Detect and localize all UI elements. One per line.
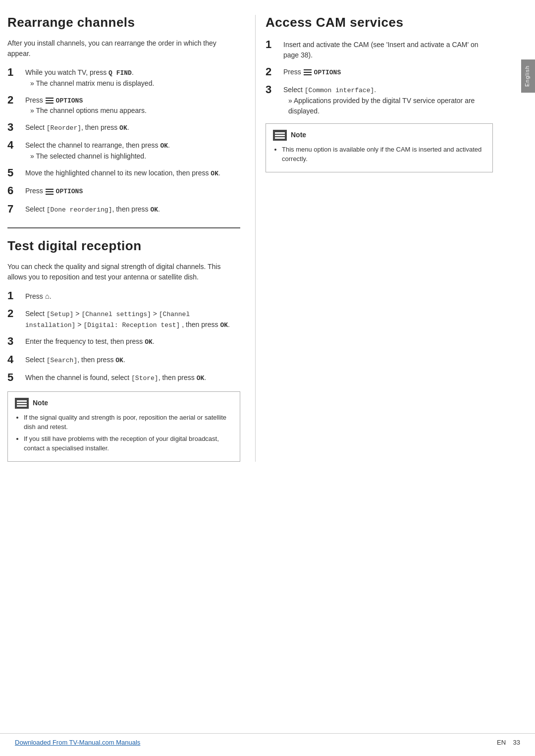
ts2-setup: [Setup] xyxy=(47,311,74,318)
footer-page: EN 33 xyxy=(497,739,520,746)
test-step-number-3: 3 xyxy=(7,335,25,348)
footer-page-label: EN xyxy=(497,739,506,746)
cam-step-3-text: Select [Common interface]. xyxy=(283,86,376,94)
step-5-text: Move the highlighted channel to its new … xyxy=(25,169,220,177)
step-5-ok: OK xyxy=(211,170,218,177)
test-step-3-text: Enter the frequency to test, then press … xyxy=(25,337,155,345)
options-icon-2 xyxy=(46,98,54,104)
rearrange-intro: After you install channels, you can rear… xyxy=(7,38,240,59)
step-number-5: 5 xyxy=(7,166,25,179)
test-step-content-1: Press ⌂. xyxy=(25,289,52,302)
test-step-1-text: Press ⌂. xyxy=(25,292,52,300)
step-7-key: [Done reordering] xyxy=(47,206,112,214)
step-2-text: Press OPTIONS xyxy=(25,96,83,104)
step-7-text: Select [Done reordering], then press OK. xyxy=(25,205,160,213)
cam-note-header: Note xyxy=(273,130,485,141)
test-step-1: 1 Press ⌂. xyxy=(7,289,240,302)
test-digital-note-header: Note xyxy=(15,398,233,409)
right-column: Access CAM services 1 Insert and activat… xyxy=(255,15,493,462)
step-4-subnote: The selected channel is highlighted. xyxy=(25,151,170,162)
test-digital-note-list: If the signal quality and strength is po… xyxy=(15,413,233,453)
test-step-5: 5 When the channel is found, select [Sto… xyxy=(7,371,240,384)
test-digital-note-box: Note If the signal quality and strength … xyxy=(7,391,240,462)
footer-link[interactable]: Downloaded From TV-Manual.com Manuals xyxy=(15,739,140,746)
ts4-search: [Search] xyxy=(47,357,77,364)
cam-step-3-key: [Common interface] xyxy=(305,87,374,94)
test-digital-section: Test digital reception You can check the… xyxy=(7,238,240,462)
cam-note-label: Note xyxy=(291,130,306,140)
cam-note-list: This menu option is available only if th… xyxy=(273,145,485,164)
section-divider xyxy=(7,227,240,228)
test-step-2: 2 Select [Setup] > [Channel settings] > … xyxy=(7,307,240,330)
sidebar-label: English xyxy=(524,65,530,87)
test-step-content-5: When the channel is found, select [Store… xyxy=(25,371,206,383)
rearrange-steps: 1 While you watch TV, press Q FIND. The … xyxy=(7,66,240,216)
test-step-5-text: When the channel is found, select [Store… xyxy=(25,374,206,381)
rearrange-section: Rearrange channels After you install cha… xyxy=(7,15,240,216)
test-digital-steps: 1 Press ⌂. 2 Select [Setup] > [Channel s… xyxy=(7,289,240,384)
cam-step-number-1: 1 xyxy=(266,38,283,51)
test-note-item-2: If you still have problems with the rece… xyxy=(24,434,233,453)
rearrange-step-2: 2 Press OPTIONS The channel options menu… xyxy=(7,94,240,116)
step-1-subnote: The channel matrix menu is displayed. xyxy=(25,78,154,89)
step-number-4: 4 xyxy=(7,139,25,152)
test-digital-title: Test digital reception xyxy=(7,238,240,254)
step-content-4: Select the channel to rearrange, then pr… xyxy=(25,139,170,162)
ts5-ok: OK xyxy=(197,375,205,382)
cam-step-number-3: 3 xyxy=(266,83,283,96)
step-content-2: Press OPTIONS The channel options menu a… xyxy=(25,94,147,116)
rearrange-step-7: 7 Select [Done reordering], then press O… xyxy=(7,203,240,216)
step-3-ok: OK xyxy=(119,124,127,132)
home-icon: ⌂ xyxy=(45,292,50,300)
ts2-digital: [Digital: Reception test] xyxy=(83,322,180,329)
test-step-4: 4 Select [Search], then press OK. xyxy=(7,353,240,366)
page-container: English Rearrange channels After you ins… xyxy=(0,0,535,756)
step-content-3: Select [Reorder], then press OK. xyxy=(25,121,129,133)
test-step-content-2: Select [Setup] > [Channel settings] > [C… xyxy=(25,307,240,330)
cam-note-item-1: This menu option is available only if th… xyxy=(282,145,485,164)
step-number-2: 2 xyxy=(7,94,25,107)
test-step-number-4: 4 xyxy=(7,353,25,366)
rearrange-step-4: 4 Select the channel to rearrange, then … xyxy=(7,139,240,162)
ts2-ok: OK xyxy=(220,322,228,329)
step-2-subnote: The channel options menu appears. xyxy=(25,106,147,116)
step-number-1: 1 xyxy=(7,66,25,79)
test-step-4-text: Select [Search], then press OK. xyxy=(25,356,125,364)
step-content-6: Press OPTIONS xyxy=(25,184,83,197)
step-6-key: OPTIONS xyxy=(56,188,83,195)
test-note-item-1: If the signal quality and strength is po… xyxy=(24,413,233,432)
step-7-ok: OK xyxy=(150,206,158,214)
access-cam-title: Access CAM services xyxy=(266,15,493,30)
step-1-key: Q FIND xyxy=(108,69,132,77)
step-content-5: Move the highlighted channel to its new … xyxy=(25,166,220,179)
step-4-text: Select the channel to rearrange, then pr… xyxy=(25,141,170,149)
access-cam-steps: 1 Insert and activate the CAM (see 'Inse… xyxy=(266,38,493,116)
rearrange-step-6: 6 Press OPTIONS xyxy=(7,184,240,197)
options-icon-6 xyxy=(46,189,54,195)
test-step-content-4: Select [Search], then press OK. xyxy=(25,353,125,366)
cam-step-number-2: 2 xyxy=(266,65,283,78)
test-step-number-2: 2 xyxy=(7,307,25,320)
ts3-ok: OK xyxy=(145,338,153,346)
note-icon-2 xyxy=(273,130,287,141)
cam-step-1-text: Insert and activate the CAM (see 'Insert… xyxy=(283,41,479,59)
step-6-text: Press OPTIONS xyxy=(25,187,83,195)
footer-page-number: 33 xyxy=(513,739,520,746)
cam-step-3: 3 Select [Common interface]. Application… xyxy=(266,83,493,116)
test-step-content-3: Enter the frequency to test, then press … xyxy=(25,335,155,347)
step-3-text: Select [Reorder], then press OK. xyxy=(25,123,129,131)
cam-step-content-1: Insert and activate the CAM (see 'Insert… xyxy=(283,38,493,60)
options-icon-cam2 xyxy=(304,69,312,75)
note-icon-1 xyxy=(15,398,29,409)
rearrange-step-5: 5 Move the highlighted channel to its ne… xyxy=(7,166,240,179)
test-step-number-5: 5 xyxy=(7,371,25,384)
left-column: Rearrange channels After you install cha… xyxy=(7,15,255,462)
step-number-7: 7 xyxy=(7,203,25,216)
step-3-key: [Reorder] xyxy=(47,124,81,132)
test-step-2-text: Select [Setup] > [Channel settings] > [C… xyxy=(25,310,230,328)
ts5-store: [Store] xyxy=(131,375,159,382)
cam-step-3-subnote: Applications provided by the digital TV … xyxy=(283,96,493,116)
test-digital-note-label: Note xyxy=(33,398,48,408)
cam-step-2-key: OPTIONS xyxy=(314,69,341,76)
sidebar-tab: English xyxy=(521,59,535,93)
